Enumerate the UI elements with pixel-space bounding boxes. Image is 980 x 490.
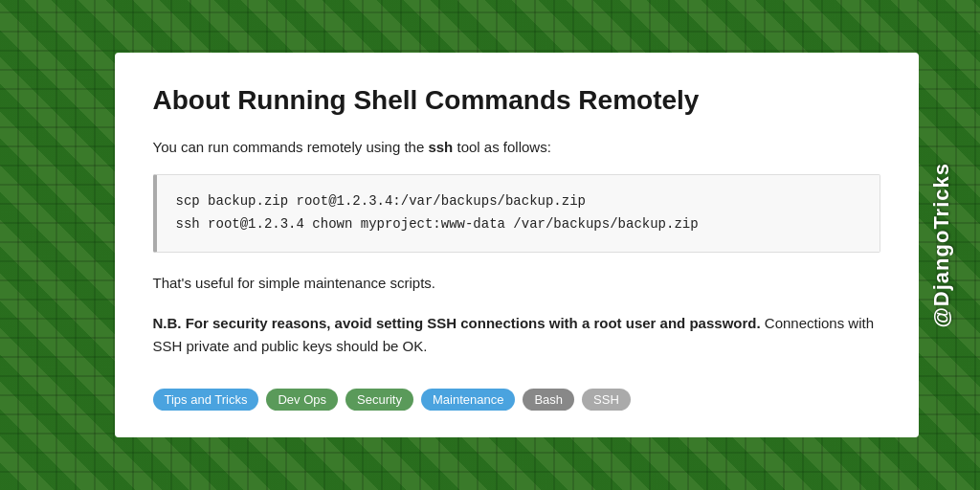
main-card: About Running Shell Commands Remotely Yo… [115, 53, 919, 437]
code-block: scp backup.zip root@1.2.3.4:/var/backups… [153, 174, 880, 253]
code-line-1: scp backup.zip root@1.2.3.4:/var/backups… [176, 190, 860, 213]
intro-paragraph: You can run commands remotely using the … [153, 136, 880, 159]
warning-paragraph: N.B. For security reasons, avoid setting… [153, 312, 880, 358]
useful-text: That's useful for simple maintenance scr… [153, 272, 880, 295]
intro-after-bold: tool as follows: [453, 139, 551, 155]
page-title: About Running Shell Commands Remotely [153, 83, 880, 117]
code-line-2: ssh root@1.2.3.4 chown myproject:www-dat… [176, 213, 860, 236]
tag-bash[interactable]: Bash [523, 389, 574, 411]
intro-before-bold: You can run commands remotely using the [153, 139, 429, 155]
warning-bold: N.B. For security reasons, avoid setting… [153, 315, 761, 331]
tag-security[interactable]: Security [345, 389, 413, 411]
tag-tips-and-tricks[interactable]: Tips and Tricks [153, 389, 259, 411]
tag-dev-ops[interactable]: Dev Ops [266, 389, 338, 411]
tag-ssh[interactable]: SSH [582, 389, 631, 411]
tags-container: Tips and Tricks Dev Ops Security Mainten… [153, 389, 880, 411]
side-label-text: @DjangoTricks [929, 163, 954, 328]
tag-maintenance[interactable]: Maintenance [421, 389, 515, 411]
side-label: @DjangoTricks [903, 0, 980, 490]
intro-bold: ssh [428, 139, 453, 155]
